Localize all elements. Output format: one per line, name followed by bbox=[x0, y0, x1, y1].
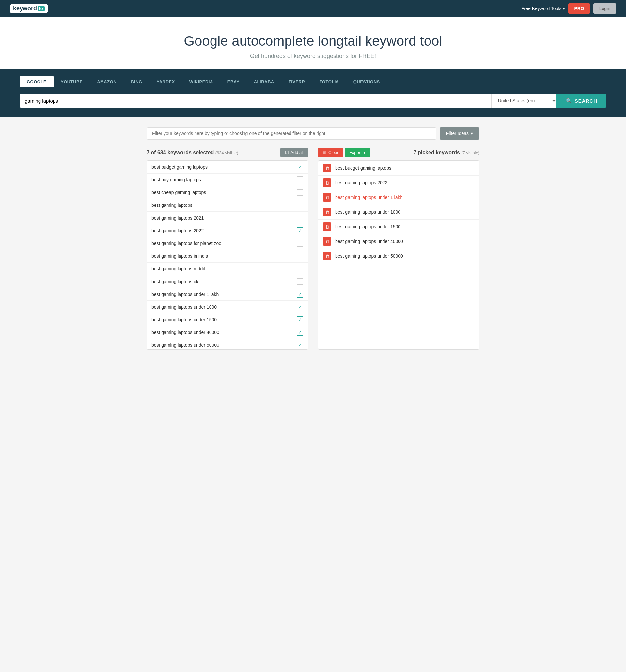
tab-wikipedia[interactable]: WIKIPEDIA bbox=[182, 76, 220, 88]
keyword-list-item[interactable]: best gaming laptops under 1 lakh✓ bbox=[147, 288, 308, 301]
keyword-checkbox[interactable]: ✓ bbox=[297, 291, 303, 297]
keyword-list: best budget gaming laptops✓best buy gami… bbox=[146, 161, 308, 350]
keyword-text: best cheap gaming laptops bbox=[152, 190, 297, 195]
filter-button[interactable]: Filter Ideas ▾ bbox=[440, 127, 480, 140]
delete-keyword-button[interactable]: 🗑 bbox=[323, 164, 331, 172]
tab-google[interactable]: GOOGLE bbox=[20, 76, 53, 88]
tab-fiverr[interactable]: FIVERR bbox=[281, 76, 312, 88]
keyword-list-item[interactable]: best budget gaming laptops✓ bbox=[147, 161, 308, 173]
keyword-checkbox[interactable] bbox=[297, 189, 303, 196]
picked-keyword-list: 🗑best budget gaming laptops🗑best gaming … bbox=[318, 161, 480, 350]
hero-subtitle: Get hundreds of keyword suggestions for … bbox=[6, 53, 620, 60]
country-select[interactable]: United States (en)United Kingdom (en)Can… bbox=[491, 94, 556, 107]
picked-keyword-text: best budget gaming laptops bbox=[335, 165, 474, 171]
picked-list-item: 🗑best gaming laptops under 50000 bbox=[318, 249, 479, 263]
keyword-checkbox[interactable] bbox=[297, 278, 303, 285]
keywords-visible-label: (634 visible) bbox=[215, 150, 238, 155]
tab-youtube[interactable]: YOUTUBE bbox=[53, 76, 90, 88]
keyword-list-item[interactable]: best buy gaming laptops bbox=[147, 173, 308, 186]
keyword-text: best gaming laptops 2021 bbox=[152, 215, 297, 220]
clear-button[interactable]: 🗑 Clear bbox=[318, 148, 343, 157]
columns: 7 of 634 keywords selected (634 visible)… bbox=[146, 148, 480, 350]
search-input[interactable] bbox=[20, 94, 491, 107]
keyword-checkbox[interactable]: ✓ bbox=[297, 304, 303, 310]
keyword-text: best buy gaming laptops bbox=[152, 177, 297, 182]
tab-bing[interactable]: BING bbox=[124, 76, 149, 88]
keyword-checkbox[interactable] bbox=[297, 253, 303, 259]
keyword-checkbox[interactable] bbox=[297, 176, 303, 183]
right-col-actions: 🗑 Clear Export ▾ bbox=[318, 148, 370, 157]
picked-list-item: 🗑best gaming laptops under 40000 bbox=[318, 234, 479, 249]
keyword-checkbox[interactable]: ✓ bbox=[297, 316, 303, 323]
keyword-list-item[interactable]: best gaming laptops under 1000✓ bbox=[147, 301, 308, 313]
left-col-title: 7 of 634 keywords selected (634 visible) bbox=[146, 150, 238, 155]
keyword-checkbox[interactable] bbox=[297, 240, 303, 247]
picked-keywords-label: 7 picked keywords bbox=[414, 150, 460, 155]
delete-keyword-button[interactable]: 🗑 bbox=[323, 193, 331, 201]
keyword-list-item[interactable]: best gaming laptops bbox=[147, 199, 308, 212]
keyword-list-item[interactable]: best gaming laptops 2021 bbox=[147, 212, 308, 224]
keyword-list-item[interactable]: best gaming laptops 2022✓ bbox=[147, 224, 308, 237]
picked-keyword-text: best gaming laptops under 1 lakh bbox=[335, 195, 474, 200]
keyword-list-item[interactable]: best gaming laptops under 50000✓ bbox=[147, 339, 308, 350]
picked-keyword-text: best gaming laptops 2022 bbox=[335, 180, 474, 185]
tab-alibaba[interactable]: ALIBABA bbox=[247, 76, 281, 88]
keyword-checkbox[interactable]: ✓ bbox=[297, 329, 303, 336]
keyword-text: best gaming laptops bbox=[152, 202, 297, 208]
keyword-list-item[interactable]: best gaming laptops in india bbox=[147, 250, 308, 263]
filter-input[interactable] bbox=[146, 127, 436, 140]
keyword-text: best gaming laptops for planet zoo bbox=[152, 241, 297, 246]
login-button[interactable]: Login bbox=[593, 3, 616, 14]
tab-questions[interactable]: QUESTIONS bbox=[346, 76, 387, 88]
tab-ebay[interactable]: EBAY bbox=[220, 76, 247, 88]
keyword-text: best gaming laptops in india bbox=[152, 254, 297, 259]
picked-list-item: 🗑best gaming laptops under 1000 bbox=[318, 205, 479, 219]
keyword-list-item[interactable]: best gaming laptops uk bbox=[147, 275, 308, 288]
keyword-checkbox[interactable]: ✓ bbox=[297, 164, 303, 170]
logo-box: keyword io bbox=[10, 4, 48, 14]
add-all-icon: ☑ bbox=[285, 150, 289, 155]
picked-keyword-text: best gaming laptops under 50000 bbox=[335, 254, 474, 259]
export-dropdown-icon: ▾ bbox=[363, 150, 366, 155]
delete-keyword-button[interactable]: 🗑 bbox=[323, 237, 331, 246]
keyword-text: best budget gaming laptops bbox=[152, 164, 297, 170]
keyword-text: best gaming laptops under 1500 bbox=[152, 317, 297, 322]
right-col-header: 🗑 Clear Export ▾ 7 picked keywords (7 vi… bbox=[318, 148, 480, 157]
free-keyword-tools-link[interactable]: Free Keyword Tools ▾ bbox=[521, 6, 565, 11]
tab-yandex[interactable]: YANDEX bbox=[149, 76, 182, 88]
keyword-list-item[interactable]: best gaming laptops under 1500✓ bbox=[147, 313, 308, 326]
picked-list-item: 🗑best gaming laptops 2022 bbox=[318, 175, 479, 190]
keyword-text: best gaming laptops uk bbox=[152, 279, 297, 284]
keyword-text: best gaming laptops under 1 lakh bbox=[152, 292, 297, 297]
keyword-list-item[interactable]: best cheap gaming laptops bbox=[147, 186, 308, 199]
keyword-list-item[interactable]: best gaming laptops under 40000✓ bbox=[147, 326, 308, 339]
tab-amazon[interactable]: AMAZON bbox=[90, 76, 124, 88]
delete-keyword-button[interactable]: 🗑 bbox=[323, 208, 331, 216]
hero-section: Google autocomplete longtail keyword too… bbox=[0, 17, 626, 70]
delete-keyword-button[interactable]: 🗑 bbox=[323, 252, 331, 260]
clear-icon: 🗑 bbox=[322, 150, 327, 155]
search-button[interactable]: 🔍 SEARCH bbox=[556, 94, 606, 107]
keyword-checkbox[interactable]: ✓ bbox=[297, 342, 303, 349]
delete-keyword-button[interactable]: 🗑 bbox=[323, 178, 331, 187]
add-all-button[interactable]: ☑ Add all bbox=[280, 148, 308, 157]
export-button[interactable]: Export ▾ bbox=[345, 148, 370, 157]
keyword-text: best gaming laptops under 1000 bbox=[152, 304, 297, 310]
left-col-header: 7 of 634 keywords selected (634 visible)… bbox=[146, 148, 308, 157]
tab-fotolia[interactable]: FOTOLIA bbox=[312, 76, 346, 88]
pro-button[interactable]: PRO bbox=[568, 3, 590, 14]
delete-keyword-button[interactable]: 🗑 bbox=[323, 222, 331, 231]
keyword-checkbox[interactable] bbox=[297, 266, 303, 272]
keyword-list-item[interactable]: best gaming laptops reddit bbox=[147, 263, 308, 275]
keyword-text: best gaming laptops under 50000 bbox=[152, 342, 297, 348]
picked-keywords-visible: (7 visible) bbox=[461, 150, 480, 155]
keyword-checkbox[interactable] bbox=[297, 202, 303, 209]
search-icon: 🔍 bbox=[565, 98, 572, 104]
search-bar: United States (en)United Kingdom (en)Can… bbox=[20, 94, 606, 107]
filter-bar: Filter Ideas ▾ bbox=[146, 127, 480, 140]
hero-title: Google autocomplete longtail keyword too… bbox=[6, 33, 620, 49]
logo-io: io bbox=[38, 6, 45, 11]
keyword-checkbox[interactable]: ✓ bbox=[297, 227, 303, 234]
keyword-list-item[interactable]: best gaming laptops for planet zoo bbox=[147, 237, 308, 250]
keyword-checkbox[interactable] bbox=[297, 215, 303, 221]
